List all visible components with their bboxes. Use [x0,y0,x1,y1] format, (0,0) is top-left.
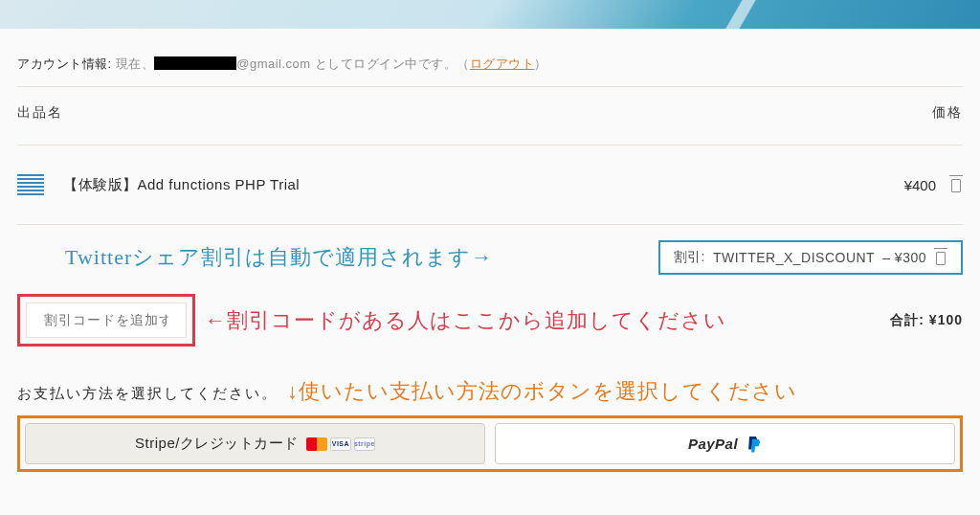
cart-item-price: ¥400 [904,177,936,193]
payment-option-stripe[interactable]: Stripe/クレジットカード VISA stripe [25,423,485,464]
product-thumbnail-icon [17,174,44,195]
annotation-box-payment: Stripe/クレジットカード VISA stripe PayPal [17,415,963,472]
column-header-price: 価格 [932,104,963,122]
discount-amount: – ¥300 [882,250,926,265]
cart-item-row: 【体験版】Add functions PHP Trial ¥400 [17,146,963,211]
remove-discount-icon[interactable] [934,250,947,265]
payment-method-heading: お支払い方法を選択してください。 [17,385,278,403]
redacted-email-local [154,56,236,70]
logout-link[interactable]: ログアウト [470,56,535,71]
annotation-payment-hint: ↓使いたい支払い方法のボタンを選択してください [287,377,797,406]
cart-item-title: 【体験版】Add functions PHP Trial [63,176,300,194]
payment-paypal-label: PayPal [688,436,738,452]
discount-code: TWITTER_X_DISCOUNT [713,250,875,265]
payment-option-paypal[interactable]: PayPal [495,423,955,464]
annotation-coupon-hint: ←割引コードがある人はここから追加してください [195,306,890,335]
account-info-label: アカウント情報: [17,56,112,71]
paypal-icon [748,437,762,452]
stripe-icon: stripe [354,437,375,451]
account-status-prefix: 現在、 [116,56,155,71]
total-value: ¥100 [929,312,963,327]
coupon-code-input[interactable] [26,302,187,338]
discount-label: 割引: [674,249,705,266]
remove-item-icon[interactable] [949,177,963,192]
total-label: 合計: [890,312,924,327]
account-status-close: ） [534,56,547,71]
mastercard-icon [306,437,327,451]
account-email-suffix: @gmail.com [236,56,310,71]
hero-banner [0,0,980,29]
payment-stripe-label: Stripe/クレジットカード [135,435,299,453]
applied-discount-badge: 割引: TWITTER_X_DISCOUNT – ¥300 [658,240,963,275]
column-header-name: 出品名 [17,104,63,122]
annotation-box-coupon [17,294,195,347]
credit-card-icons: VISA stripe [306,437,375,451]
account-status-suffix: としてログイン中です。（ [311,56,470,71]
annotation-twitter-share: Twitterシェア割引は自動で適用されます→ [17,243,658,272]
visa-icon: VISA [330,437,351,451]
account-info-line: アカウント情報: 現在、@gmail.com としてログイン中です。（ログアウト… [17,56,963,73]
